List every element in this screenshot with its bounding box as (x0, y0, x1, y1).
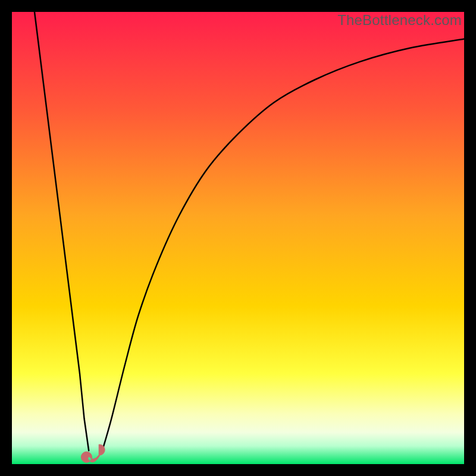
chart-frame: TheBottleneck.com (12, 12, 464, 464)
heat-gradient-background (12, 12, 464, 464)
watermark-text: TheBottleneck.com (337, 12, 462, 29)
bottleneck-chart (12, 12, 464, 464)
